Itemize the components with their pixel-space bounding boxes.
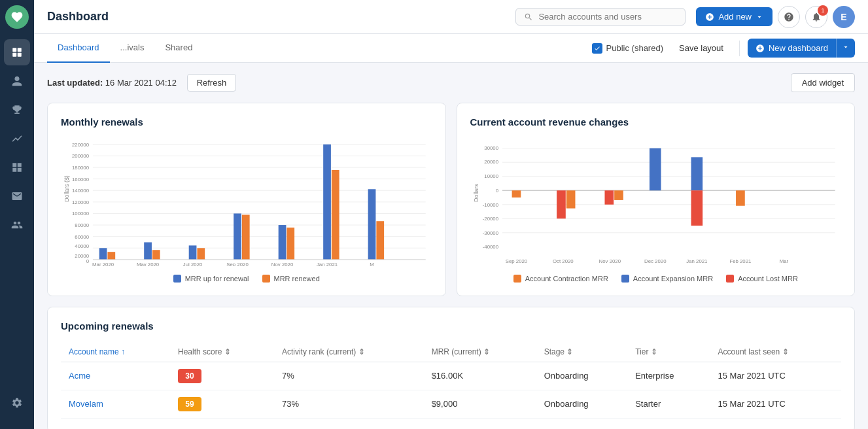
tab-right-actions: Public (shared) Save layout New dashboar…: [592, 39, 855, 58]
page-title: Dashboard: [47, 10, 515, 24]
svg-text:0: 0: [495, 188, 498, 194]
svg-text:60000: 60000: [75, 234, 89, 240]
legend-mrr-renewed: MRR renewed: [262, 275, 320, 283]
col-mrr[interactable]: MRR (current) ⇕: [424, 342, 536, 362]
refresh-button[interactable]: Refresh: [187, 74, 237, 92]
add-widget-button[interactable]: Add widget: [791, 73, 855, 92]
legend-dot-contraction: [513, 275, 521, 283]
svg-text:180000: 180000: [72, 165, 90, 171]
svg-text:Jan 2021: Jan 2021: [686, 258, 707, 264]
tabbar: Dashboard ...ivals Shared Public (shared…: [34, 34, 868, 63]
health-score-cell: 59: [170, 390, 274, 418]
svg-text:-30000: -30000: [482, 230, 498, 236]
health-badge: 30: [178, 369, 201, 383]
svg-text:Feb 2021: Feb 2021: [729, 258, 751, 264]
user-avatar[interactable]: E: [833, 6, 855, 28]
svg-text:Nov 2020: Nov 2020: [271, 262, 294, 266]
search-icon: [524, 12, 533, 22]
svg-rect-70: [614, 190, 623, 200]
account-name-cell[interactable]: Movelam: [61, 390, 170, 418]
sidebar-item-settings[interactable]: [4, 390, 30, 416]
app-logo[interactable]: [5, 5, 29, 29]
sidebar-item-trophy[interactable]: [4, 97, 30, 123]
save-layout-button[interactable]: Save layout: [671, 39, 731, 57]
tab-shared[interactable]: Shared: [154, 34, 203, 63]
svg-rect-66: [512, 190, 521, 197]
sidebar-item-chart[interactable]: [4, 126, 30, 152]
svg-text:120000: 120000: [72, 199, 90, 205]
svg-rect-31: [189, 245, 197, 260]
table-row: Acme 30 7% $16.00K Onboarding Enterprise…: [61, 362, 841, 390]
svg-rect-71: [649, 148, 661, 191]
chevron-down-icon: [755, 13, 763, 21]
upcoming-renewals-title: Upcoming renewals: [61, 320, 841, 332]
col-tier[interactable]: Tier ⇕: [627, 342, 710, 362]
legend-dot-expansion: [621, 275, 629, 283]
svg-rect-35: [279, 225, 286, 260]
sidebar-item-mail[interactable]: [4, 183, 30, 209]
stage-cell: Onboarding: [536, 390, 628, 418]
svg-text:Oct 2020: Oct 2020: [553, 258, 574, 264]
new-dashboard-button[interactable]: New dashboard: [748, 39, 836, 58]
topbar-actions: Add new 1 E: [696, 6, 855, 28]
svg-text:Dollars: Dollars: [472, 184, 479, 202]
account-revenue-title: Current account revenue changes: [470, 116, 842, 128]
legend-dot-blue: [173, 275, 181, 283]
tab-renewals[interactable]: ...ivals: [110, 34, 155, 63]
svg-rect-38: [332, 170, 339, 260]
notifications-button[interactable]: 1: [805, 6, 827, 28]
help-button[interactable]: [778, 6, 800, 28]
svg-text:-20000: -20000: [482, 216, 498, 222]
svg-text:30000: 30000: [484, 145, 498, 151]
sidebar-item-people[interactable]: [4, 68, 30, 94]
sidebar-item-users[interactable]: [4, 212, 30, 238]
svg-text:Dollars ($): Dollars ($): [63, 175, 70, 202]
search-input[interactable]: [538, 12, 669, 22]
new-dashboard-dropdown[interactable]: [836, 39, 855, 58]
legend-dot-lost: [726, 275, 734, 283]
svg-rect-33: [234, 213, 241, 259]
account-name-cell[interactable]: Acme: [61, 362, 170, 390]
col-last-seen[interactable]: Account last seen ⇕: [710, 342, 841, 362]
tab-dashboard[interactable]: Dashboard: [47, 34, 110, 63]
svg-text:-10000: -10000: [482, 202, 498, 208]
monthly-renewals-chart: Dollars ($) 220000 200000 180000: [61, 138, 432, 268]
legend-dot-orange: [262, 275, 270, 283]
svg-text:Dec 2020: Dec 2020: [644, 258, 667, 264]
svg-text:Sep 2020: Sep 2020: [226, 262, 249, 266]
monthly-renewals-title: Monthly renewals: [61, 116, 432, 128]
sidebar-item-dashboard[interactable]: [4, 39, 30, 65]
svg-rect-32: [197, 248, 205, 260]
svg-text:0: 0: [86, 258, 90, 264]
col-account-name[interactable]: Account name ↑: [61, 342, 170, 362]
svg-text:May 2020: May 2020: [137, 262, 160, 266]
last-updated-text: Last updated: 16 Mar 2021 04:12 Refresh: [47, 74, 236, 92]
tier-cell: Starter: [627, 390, 710, 418]
svg-text:100000: 100000: [72, 211, 90, 216]
last-seen-cell: 15 Mar 2021 UTC: [710, 362, 841, 390]
col-stage[interactable]: Stage ⇕: [536, 342, 628, 362]
public-shared-toggle[interactable]: Public (shared): [592, 43, 663, 54]
search-box[interactable]: [515, 8, 686, 26]
activity-rank-cell: 73%: [274, 390, 424, 418]
svg-rect-3: [18, 53, 22, 57]
svg-text:-40000: -40000: [482, 244, 498, 250]
last-seen-cell: 15 Mar 2021 UTC: [710, 390, 841, 418]
account-revenue-card: Current account revenue changes Dollars …: [457, 103, 856, 296]
health-score-cell: 30: [170, 362, 274, 390]
add-new-button[interactable]: Add new: [696, 7, 773, 26]
last-updated-bar: Last updated: 16 Mar 2021 04:12 Refresh …: [47, 73, 855, 92]
mrr-cell: $16.00K: [424, 362, 536, 390]
svg-rect-67: [557, 190, 566, 218]
svg-rect-28: [107, 252, 115, 260]
col-health-score[interactable]: Health score ⇕: [170, 342, 274, 362]
mrr-cell: $9,000: [424, 390, 536, 418]
svg-text:160000: 160000: [72, 177, 90, 182]
public-checkbox[interactable]: [592, 43, 602, 54]
col-activity-rank[interactable]: Activity rank (current) ⇕: [274, 342, 424, 362]
tier-cell: Enterprise: [627, 362, 710, 390]
svg-rect-69: [604, 190, 614, 205]
sidebar-item-grid[interactable]: [4, 154, 30, 180]
svg-rect-36: [286, 228, 294, 260]
upcoming-renewals-card: Upcoming renewals Account name ↑ Health …: [47, 307, 855, 429]
